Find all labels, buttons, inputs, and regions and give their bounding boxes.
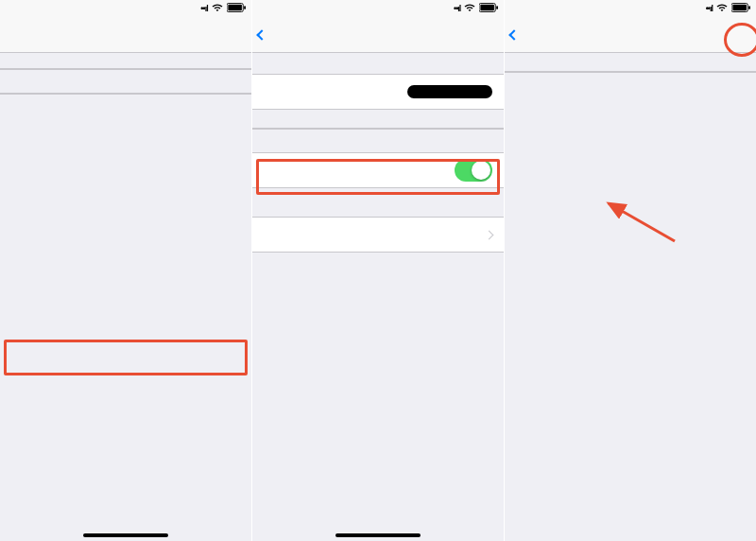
chevron-left-icon [256, 29, 266, 40]
dial-assist-footer [252, 188, 505, 200]
navbar [252, 17, 505, 53]
home-indicator [335, 533, 421, 537]
redacted-number [407, 85, 492, 98]
blocking-content[interactable] [505, 53, 756, 541]
wifi-icon [716, 3, 728, 14]
svg-rect-2 [244, 6, 246, 9]
wifi-icon [464, 3, 475, 14]
navbar [505, 17, 756, 53]
signal-icon: ••ıl [706, 4, 713, 13]
sim-applications-row[interactable] [252, 218, 505, 252]
chevron-left-icon [509, 29, 520, 40]
dial-assist-row[interactable] [252, 153, 505, 187]
svg-rect-4 [481, 5, 495, 10]
svg-rect-1 [228, 5, 242, 10]
screen-phone: ••ıl [252, 0, 505, 541]
svg-rect-8 [748, 6, 750, 9]
signal-icon: ••ıl [200, 4, 207, 13]
status-right: ••ıl [454, 3, 498, 14]
battery-icon [479, 3, 498, 14]
svg-rect-5 [497, 6, 499, 9]
block-footer [505, 73, 756, 84]
chevron-right-icon [485, 230, 494, 239]
status-right: ••ıl [200, 3, 245, 14]
section-blocked [505, 53, 756, 71]
svg-rect-7 [732, 5, 747, 10]
status-bar: ••ıl [252, 0, 505, 17]
signal-icon: ••ıl [454, 4, 460, 13]
battery-icon [731, 3, 750, 14]
status-right: ••ıl [706, 3, 750, 14]
home-indicator [83, 533, 168, 537]
back-button[interactable] [510, 31, 520, 39]
phone-content[interactable] [252, 53, 505, 541]
section-calls [252, 110, 505, 128]
dial-assist-toggle[interactable] [455, 159, 492, 182]
status-bar: ••ıl [0, 0, 251, 17]
my-number-row[interactable] [252, 75, 505, 109]
back-button[interactable] [258, 31, 267, 39]
wifi-icon [212, 3, 223, 14]
screen-settings: ••ıl [0, 0, 251, 541]
navbar [0, 17, 251, 53]
settings-content[interactable] [0, 53, 251, 541]
battery-icon [227, 3, 246, 14]
status-bar: ••ıl [505, 0, 756, 17]
screen-call-blocking: ••ıl [505, 0, 756, 541]
